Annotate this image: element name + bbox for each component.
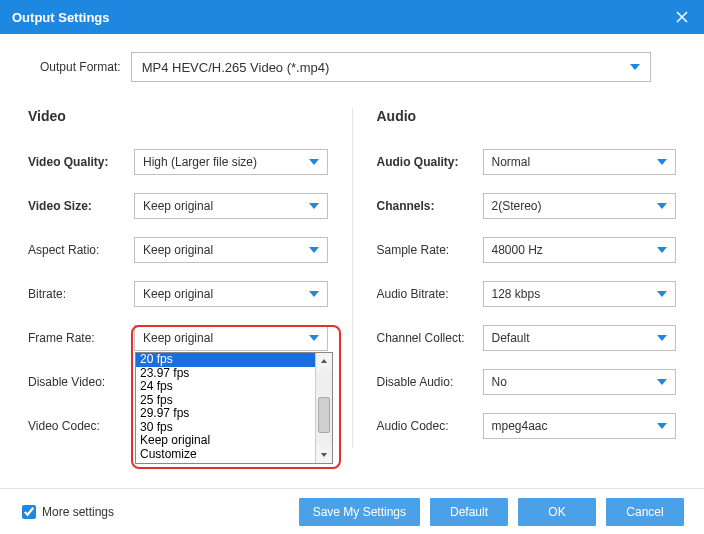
video-bitrate-select[interactable]: Keep original (134, 281, 328, 307)
close-button[interactable] (672, 7, 692, 27)
aspect-ratio-label: Aspect Ratio: (28, 243, 134, 257)
frame-rate-option-list: 20 fps23.97 fps24 fps25 fps29.97 fps30 f… (136, 353, 315, 463)
output-format-label: Output Format: (40, 60, 121, 74)
output-format-value: MP4 HEVC/H.265 Video (*.mp4) (142, 60, 330, 75)
cancel-button[interactable]: Cancel (606, 498, 684, 526)
content-area: Output Format: MP4 HEVC/H.265 Video (*.m… (0, 34, 704, 448)
chevron-down-icon (657, 159, 667, 165)
chevron-down-icon (309, 335, 319, 341)
chevron-down-icon (657, 379, 667, 385)
chevron-down-icon (309, 159, 319, 165)
audio-bitrate-label: Audio Bitrate: (377, 287, 483, 301)
chevron-down-icon (630, 64, 640, 70)
channels-select[interactable]: 2(Stereo) (483, 193, 677, 219)
channel-collect-label: Channel Collect: (377, 331, 483, 345)
audio-quality-label: Audio Quality: (377, 155, 483, 169)
scroll-track[interactable] (316, 369, 332, 447)
close-icon (676, 11, 688, 23)
frame-rate-option[interactable]: 23.97 fps (136, 367, 315, 381)
video-bitrate-value: Keep original (143, 287, 213, 301)
video-quality-label: Video Quality: (28, 155, 134, 169)
frame-rate-label: Frame Rate: (28, 331, 134, 345)
video-size-select[interactable]: Keep original (134, 193, 328, 219)
chevron-down-icon (657, 247, 667, 253)
dialog-title: Output Settings (12, 10, 110, 25)
disable-audio-label: Disable Audio: (377, 375, 483, 389)
dropdown-scrollbar[interactable] (315, 353, 332, 463)
audio-codec-value: mpeg4aac (492, 419, 548, 433)
sample-rate-label: Sample Rate: (377, 243, 483, 257)
sample-rate-value: 48000 Hz (492, 243, 543, 257)
chevron-down-icon (657, 203, 667, 209)
more-settings-label: More settings (42, 505, 114, 519)
scroll-up-button[interactable] (316, 353, 332, 369)
chevron-down-icon (657, 291, 667, 297)
frame-rate-select[interactable]: Keep original (134, 325, 328, 351)
frame-rate-value: Keep original (143, 331, 213, 345)
audio-bitrate-value: 128 kbps (492, 287, 541, 301)
title-bar: Output Settings (0, 0, 704, 34)
audio-heading: Audio (377, 108, 677, 124)
frame-rate-option[interactable]: 30 fps (136, 421, 315, 435)
disable-audio-value: No (492, 375, 507, 389)
video-size-label: Video Size: (28, 199, 134, 213)
output-format-row: Output Format: MP4 HEVC/H.265 Video (*.m… (40, 52, 676, 82)
disable-video-label: Disable Video: (28, 375, 134, 389)
video-quality-value: High (Larger file size) (143, 155, 257, 169)
video-heading: Video (28, 108, 328, 124)
sample-rate-select[interactable]: 48000 Hz (483, 237, 677, 263)
frame-rate-option[interactable]: 20 fps (136, 353, 315, 367)
scroll-down-button[interactable] (316, 447, 332, 463)
audio-quality-value: Normal (492, 155, 531, 169)
ok-button[interactable]: OK (518, 498, 596, 526)
chevron-down-icon (657, 335, 667, 341)
audio-quality-select[interactable]: Normal (483, 149, 677, 175)
scroll-thumb[interactable] (318, 397, 330, 433)
video-codec-label: Video Codec: (28, 419, 134, 433)
channels-label: Channels: (377, 199, 483, 213)
aspect-ratio-value: Keep original (143, 243, 213, 257)
aspect-ratio-select[interactable]: Keep original (134, 237, 328, 263)
frame-rate-option[interactable]: Keep original (136, 434, 315, 448)
chevron-down-icon (309, 247, 319, 253)
video-bitrate-label: Bitrate: (28, 287, 134, 301)
channels-value: 2(Stereo) (492, 199, 542, 213)
more-settings-checkbox[interactable]: More settings (22, 505, 114, 519)
frame-rate-option[interactable]: 25 fps (136, 394, 315, 408)
footer: More settings Save My Settings Default O… (0, 488, 704, 534)
default-button[interactable]: Default (430, 498, 508, 526)
chevron-down-icon (309, 291, 319, 297)
frame-rate-option[interactable]: 29.97 fps (136, 407, 315, 421)
audio-codec-select[interactable]: mpeg4aac (483, 413, 677, 439)
audio-codec-label: Audio Codec: (377, 419, 483, 433)
more-settings-input[interactable] (22, 505, 36, 519)
frame-rate-option[interactable]: 24 fps (136, 380, 315, 394)
disable-audio-select[interactable]: No (483, 369, 677, 395)
chevron-down-icon (657, 423, 667, 429)
output-format-select[interactable]: MP4 HEVC/H.265 Video (*.mp4) (131, 52, 651, 82)
audio-bitrate-select[interactable]: 128 kbps (483, 281, 677, 307)
audio-section: Audio Audio Quality: Normal Channels: 2(… (353, 108, 677, 448)
save-my-settings-button[interactable]: Save My Settings (299, 498, 420, 526)
frame-rate-dropdown[interactable]: 20 fps23.97 fps24 fps25 fps29.97 fps30 f… (135, 352, 333, 464)
channel-collect-value: Default (492, 331, 530, 345)
video-quality-select[interactable]: High (Larger file size) (134, 149, 328, 175)
video-size-value: Keep original (143, 199, 213, 213)
chevron-down-icon (309, 203, 319, 209)
channel-collect-select[interactable]: Default (483, 325, 677, 351)
frame-rate-option[interactable]: Customize (136, 448, 315, 462)
